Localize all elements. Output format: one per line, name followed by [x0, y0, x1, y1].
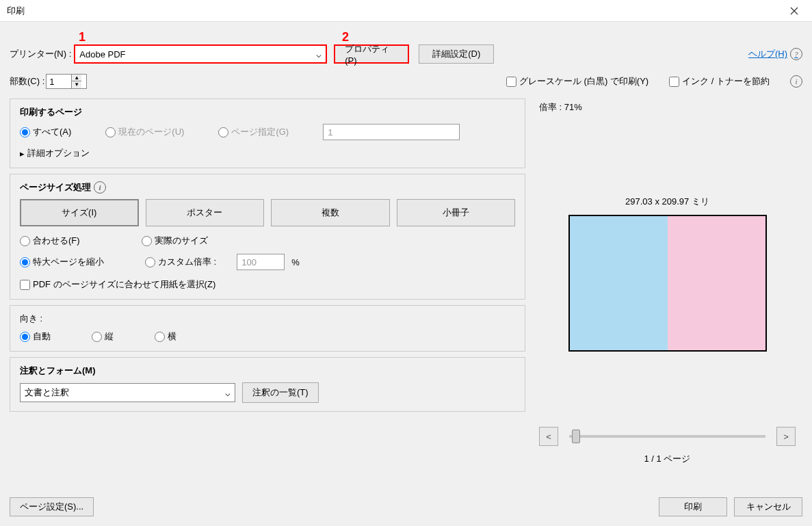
copies-input[interactable]	[47, 77, 71, 87]
save-ink-checkbox[interactable]: インク / トナーを節約	[669, 75, 770, 88]
poster-button[interactable]: ポスター	[146, 199, 265, 226]
next-page-button[interactable]: >	[776, 427, 796, 446]
percent-label: %	[291, 257, 300, 267]
page-setup-button[interactable]: ページ設定(S)...	[10, 497, 94, 516]
print-button[interactable]: 印刷	[659, 497, 727, 516]
pages-group: 印刷するページ すべて(A) 現在のページ(U) ページ指定(G) ▸詳細オプシ…	[10, 98, 525, 168]
spinner-up-icon[interactable]: ▲	[72, 75, 81, 81]
window-title: 印刷	[7, 5, 25, 17]
scale-label: 倍率 : 71%	[539, 101, 796, 114]
comments-group: 注釈とフォーム(M) 文書と注釈 ⌵ 注釈の一覧(T)	[10, 357, 525, 412]
radio-portrait[interactable]: 縦	[92, 330, 114, 343]
chevron-down-icon: ⌵	[316, 49, 322, 60]
close-button[interactable]	[781, 3, 808, 19]
range-input[interactable]	[323, 124, 460, 140]
slider-thumb[interactable]	[572, 430, 580, 443]
grayscale-checkbox[interactable]: グレースケール (白黒) で印刷(Y)	[506, 75, 649, 88]
triangle-right-icon: ▸	[20, 148, 25, 159]
annotation-1: 1	[79, 30, 86, 44]
help-link[interactable]: ヘルプ(H) ?	[748, 48, 802, 60]
preview-left-page	[570, 216, 668, 350]
cancel-button[interactable]: キャンセル	[734, 497, 802, 516]
radio-fit[interactable]: 合わせる(F)	[20, 235, 80, 247]
radio-all[interactable]: すべて(A)	[20, 126, 71, 138]
page-slider[interactable]	[569, 435, 765, 438]
properties-button[interactable]: プロパティ(P)	[334, 44, 409, 64]
copies-label: 部数(C) :	[10, 75, 44, 88]
sizing-title: ページサイズ処理 i	[20, 181, 515, 194]
titlebar: 印刷	[0, 0, 812, 22]
spinner-down-icon[interactable]: ▼	[72, 81, 81, 88]
preview-panel: 倍率 : 71% 297.03 x 209.97 ミリ < > 1 / 1 ペー…	[532, 98, 802, 468]
orientation-title: 向き :	[20, 313, 515, 325]
help-icon: ?	[790, 48, 802, 60]
printer-label: プリンター(N) :	[10, 48, 71, 60]
radio-actual[interactable]: 実際のサイズ	[142, 235, 208, 247]
radio-current[interactable]: 現在のページ(U)	[105, 126, 184, 138]
size-button[interactable]: サイズ(I)	[20, 199, 139, 226]
choose-paper-checkbox[interactable]: PDF のページサイズに合わせて用紙を選択(Z)	[20, 278, 515, 291]
info-icon[interactable]: i	[790, 75, 802, 88]
dimensions-label: 297.03 x 209.97 ミリ	[539, 196, 796, 208]
orientation-group: 向き : 自動 縦 横	[10, 305, 525, 352]
multiple-button[interactable]: 複数	[271, 199, 390, 226]
chevron-down-icon: ⌵	[225, 388, 231, 398]
more-options-toggle[interactable]: ▸詳細オプション	[20, 147, 515, 159]
info-icon[interactable]: i	[94, 181, 106, 194]
page-indicator: 1 / 1 ページ	[539, 453, 796, 465]
comments-select[interactable]: 文書と注釈 ⌵	[20, 383, 235, 402]
radio-custom[interactable]: カスタム倍率 :	[145, 256, 216, 268]
advanced-button[interactable]: 詳細設定(D)	[419, 44, 494, 64]
radio-shrink[interactable]: 特大ページを縮小	[20, 256, 104, 268]
summarize-button[interactable]: 注釈の一覧(T)	[242, 382, 319, 403]
booklet-button[interactable]: 小冊子	[397, 199, 516, 226]
sizing-group: ページサイズ処理 i サイズ(I) ポスター 複数 小冊子 合わせる(F) 実際…	[10, 174, 525, 300]
radio-landscape[interactable]: 横	[155, 330, 176, 343]
radio-range[interactable]: ページ指定(G)	[218, 126, 289, 138]
radio-auto[interactable]: 自動	[20, 330, 51, 343]
comments-title: 注釈とフォーム(M)	[20, 365, 515, 377]
printer-select[interactable]: Adobe PDF ⌵	[74, 44, 327, 64]
preview-right-page	[668, 216, 765, 350]
printer-value: Adobe PDF	[79, 49, 125, 60]
prev-page-button[interactable]: <	[539, 427, 558, 446]
pages-title: 印刷するページ	[20, 106, 515, 118]
copies-spinner[interactable]: ▲▼	[46, 74, 87, 89]
custom-scale-input[interactable]	[237, 254, 285, 270]
preview-box	[568, 215, 767, 352]
